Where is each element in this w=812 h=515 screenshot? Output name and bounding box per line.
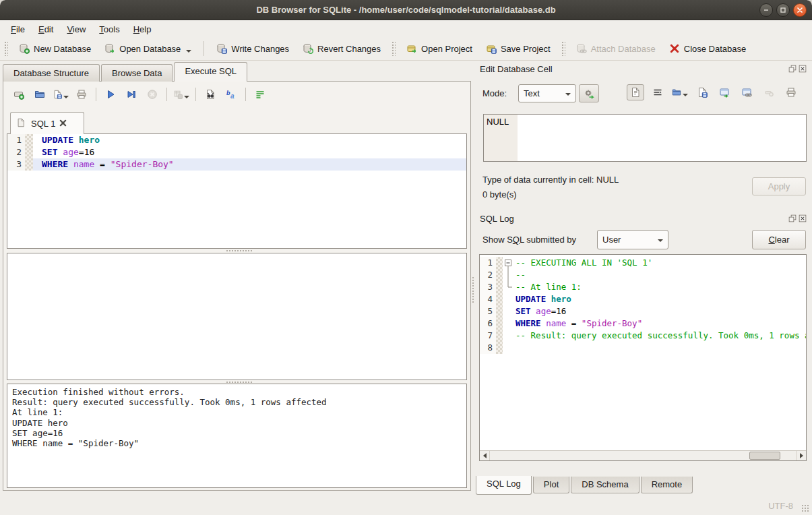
dock-tab-remote[interactable]: Remote <box>641 477 693 493</box>
sql-log-lines: 1-- EXECUTING ALL IN 'SQL 1'2--3-- At li… <box>480 255 806 450</box>
print-icon[interactable] <box>782 84 800 100</box>
toolbar-grip <box>392 41 396 56</box>
titlebar[interactable]: DB Browser for SQLite - /home/user/code/… <box>0 0 812 20</box>
write-changes-icon <box>216 43 227 54</box>
menu-file[interactable]: File <box>4 22 32 36</box>
save-file-icon[interactable] <box>693 84 711 100</box>
close-dock-icon[interactable] <box>799 214 807 222</box>
minimize-icon <box>763 7 770 13</box>
mode-select[interactable]: Text <box>518 84 576 102</box>
sql-log-filter-label: Show SQL submitted by <box>482 235 576 245</box>
dock-tab-db-schema[interactable]: DB Schema <box>571 477 639 493</box>
tab-execute-sql[interactable]: Execute SQL <box>174 62 247 82</box>
execute-all-icon[interactable] <box>102 86 119 102</box>
auto-switch-mode-button[interactable] <box>579 84 599 102</box>
revert-changes-button[interactable]: Revert Changes <box>299 40 385 57</box>
open-file-icon[interactable] <box>671 84 689 100</box>
scroll-right-icon[interactable] <box>796 451 806 460</box>
open-project-button[interactable]: Open Project <box>402 40 476 57</box>
toolbar-separator <box>96 88 96 101</box>
fold-margin <box>503 305 513 317</box>
save-project-button[interactable]: Save Project <box>482 40 555 57</box>
print-icon[interactable] <box>73 86 90 102</box>
line-number: 7 <box>480 330 496 342</box>
close-database-button[interactable]: Close Database <box>665 40 751 57</box>
code-line: 1UPDATE hero <box>7 134 466 146</box>
toolbar-separator <box>166 88 167 101</box>
new-query-tab-icon[interactable] <box>10 86 28 102</box>
editor-margin <box>496 330 503 342</box>
edit-cell-dock-titlebar: Edit Database Cell <box>480 63 807 75</box>
save-sql-file-icon[interactable] <box>52 86 69 102</box>
menu-help[interactable]: Help <box>127 22 158 36</box>
sql-query-tab[interactable]: SQL 1 <box>10 112 84 134</box>
code-line: 2-- <box>480 269 806 281</box>
open-external-icon[interactable] <box>716 84 733 100</box>
edit-cell-title: Edit Database Cell <box>480 64 553 74</box>
toolbar-grip <box>4 41 8 56</box>
scrollbar-thumb[interactable] <box>749 452 780 460</box>
link-icon[interactable] <box>738 84 755 100</box>
maximize-button[interactable] <box>776 3 790 17</box>
minimize-button[interactable] <box>759 3 773 17</box>
menu-edit[interactable]: Edit <box>32 22 60 36</box>
resize-grip[interactable] <box>801 504 810 513</box>
line-number: 6 <box>480 317 496 330</box>
code-line: 7-- Result: query executed successfully.… <box>480 330 806 342</box>
panel-splitter[interactable] <box>472 276 475 303</box>
attach-database-icon <box>576 43 587 54</box>
fold-margin <box>503 342 513 354</box>
scroll-left-icon[interactable] <box>480 451 490 460</box>
toolbar-separator <box>245 88 246 101</box>
code-line: 6WHERE name = "Spider-Boy" <box>480 317 806 330</box>
sql-editor[interactable]: 1UPDATE hero2SET age=163WHERE name = "Sp… <box>7 133 467 249</box>
tab-database-structure[interactable]: Database Structure <box>3 64 100 82</box>
open-database-icon <box>104 43 115 54</box>
code-text: WHERE name = "Spider-Boy" <box>33 158 466 171</box>
menu-tools[interactable]: Tools <box>92 22 126 36</box>
maximize-icon <box>780 7 786 13</box>
toolbar-separator <box>195 88 196 101</box>
dropdown-arrow-icon[interactable] <box>186 50 191 53</box>
line-number: 3 <box>7 158 25 171</box>
close-window-button[interactable] <box>793 3 807 17</box>
text-document-icon[interactable] <box>627 84 644 100</box>
close-dock-icon[interactable] <box>799 65 807 73</box>
word-wrap-icon[interactable] <box>251 86 269 102</box>
clear-log-button[interactable]: Clear <box>752 230 806 249</box>
cell-type-info: Type of data currently in cell: NULL <box>482 175 619 185</box>
find-text-icon[interactable] <box>201 86 219 102</box>
line-number: 3 <box>480 281 496 293</box>
dock-tab-sql-log[interactable]: SQL Log <box>476 476 532 495</box>
horizontal-scrollbar[interactable] <box>480 450 806 460</box>
editor-margin <box>496 269 503 281</box>
line-number: 5 <box>480 305 496 317</box>
sql-log-filter-select[interactable]: User <box>597 230 668 249</box>
toolbar-grip <box>561 41 565 56</box>
open-sql-file-icon[interactable] <box>31 86 49 102</box>
float-dock-icon[interactable] <box>788 214 797 222</box>
close-tab-icon[interactable] <box>59 119 67 129</box>
execute-current-line-icon[interactable] <box>123 86 140 102</box>
float-dock-icon[interactable] <box>788 65 797 73</box>
save-project-icon <box>486 43 497 54</box>
fold-marker-icon[interactable] <box>503 257 513 269</box>
revert-changes-icon <box>303 43 313 54</box>
attach-database-button: Attach Database <box>572 40 660 57</box>
replace-text-icon[interactable]: ba <box>222 86 240 102</box>
tab-browse-data[interactable]: Browse Data <box>101 64 173 82</box>
sql-log-view[interactable]: 1-- EXECUTING ALL IN 'SQL 1'2--3-- At li… <box>479 254 807 461</box>
new-database-button[interactable]: New Database <box>15 40 95 57</box>
cell-content-editor[interactable]: NULL <box>483 114 807 162</box>
dock-tab-plot[interactable]: Plot <box>533 477 569 493</box>
open-database-button[interactable]: Open Database <box>100 40 195 57</box>
sql-document-icon <box>16 118 27 129</box>
write-changes-button[interactable]: Write Changes <box>212 40 293 57</box>
cell-word-wrap-icon[interactable] <box>649 84 666 100</box>
sql-log-dock-titlebar: SQL Log <box>480 212 807 224</box>
menu-view[interactable]: View <box>60 22 92 36</box>
fold-margin <box>503 317 513 330</box>
sql-editor-toolbar: ba <box>10 86 269 102</box>
app-window: DB Browser for SQLite - /home/user/code/… <box>0 0 812 515</box>
editor-margin <box>496 317 503 330</box>
